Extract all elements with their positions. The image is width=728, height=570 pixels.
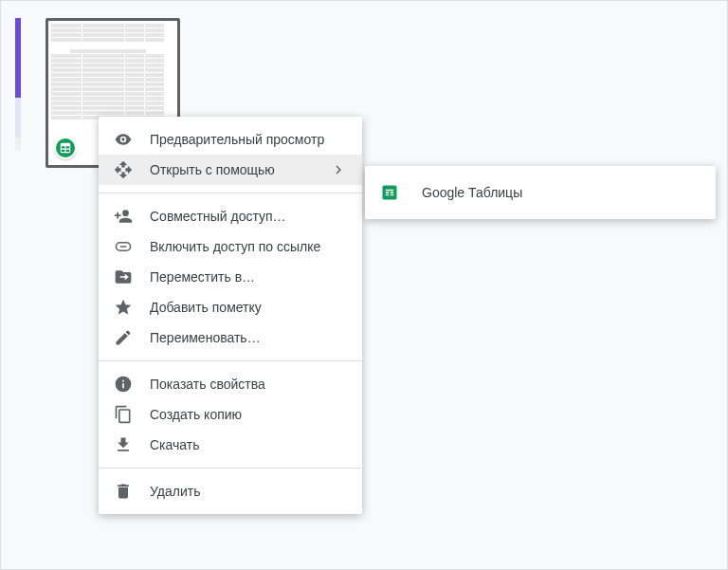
menu-item-label: Совместный доступ… [150,209,347,224]
menu-item-rename[interactable]: Переименовать… [99,322,362,353]
open-with-icon [114,160,133,179]
menu-item-label: Скачать [150,437,347,452]
menu-item-label: Открыть с помощью [150,162,330,177]
submenu-item-label: Google Таблицы [422,185,701,200]
menu-item-open-with[interactable]: Открыть с помощью [99,155,362,185]
menu-divider [99,360,362,361]
menu-item-eye[interactable]: Предварительный просмотр [99,124,362,155]
submenu-item-sheets[interactable]: Google Таблицы [365,175,716,210]
star-icon [114,298,133,317]
menu-item-move-to[interactable]: Переместить в… [99,262,362,292]
left-accent-strip [15,18,21,151]
link-icon [114,237,133,256]
menu-item-info[interactable]: Показать свойства [99,369,362,399]
menu-item-label: Создать копию [150,407,347,422]
sheets-icon [59,141,72,155]
menu-item-label: Предварительный просмотр [150,132,347,147]
sheets-icon [380,183,399,202]
info-icon [114,375,133,394]
menu-item-copy[interactable]: Создать копию [99,399,362,430]
move-to-icon [114,267,133,286]
chevron-right-icon [330,161,347,178]
download-icon [114,435,133,454]
menu-item-label: Удалить [150,484,347,499]
rename-icon [114,328,133,347]
context-menu: Предварительный просмотрОткрыть с помощь… [99,117,362,514]
menu-divider [99,468,362,469]
menu-item-download[interactable]: Скачать [99,430,362,460]
file-type-badge [54,137,77,159]
eye-icon [114,130,133,149]
menu-item-label: Переименовать… [150,330,347,345]
menu-item-trash[interactable]: Удалить [99,476,362,506]
menu-item-label: Переместить в… [150,269,347,285]
menu-item-label: Включить доступ по ссылке [150,239,347,254]
copy-icon [114,405,133,424]
open-with-submenu: Google Таблицы [365,166,716,219]
menu-divider [99,193,362,193]
trash-icon [114,482,133,501]
person-add-icon [114,207,133,226]
menu-item-star[interactable]: Добавить пометку [99,292,362,322]
menu-item-link[interactable]: Включить доступ по ссылке [99,231,362,262]
menu-item-label: Добавить пометку [150,300,347,315]
menu-item-person-add[interactable]: Совместный доступ… [99,201,362,231]
menu-item-label: Показать свойства [150,377,347,392]
